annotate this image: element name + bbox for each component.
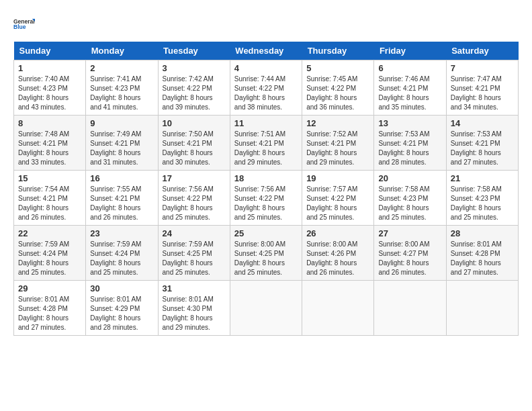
day-number: 5 <box>306 63 369 73</box>
calendar-body: 1Sunrise: 7:40 AMSunset: 4:23 PMDaylight… <box>14 60 519 336</box>
day-number: 6 <box>378 63 441 73</box>
day-cell: 24Sunrise: 7:59 AMSunset: 4:25 PMDayligh… <box>158 226 230 281</box>
day-number: 13 <box>378 118 441 128</box>
day-cell <box>374 281 446 336</box>
day-cell: 9Sunrise: 7:49 AMSunset: 4:21 PMDaylight… <box>86 116 158 171</box>
day-number: 14 <box>451 118 514 128</box>
day-cell <box>302 281 374 336</box>
svg-text:Blue: Blue <box>13 24 26 30</box>
day-cell: 2Sunrise: 7:41 AMSunset: 4:23 PMDaylight… <box>86 60 158 116</box>
day-info: Sunrise: 7:55 AMSunset: 4:21 PMDaylight:… <box>90 185 153 222</box>
day-number: 15 <box>18 173 81 183</box>
day-number: 30 <box>90 283 153 293</box>
calendar-table: SundayMondayTuesdayWednesdayThursdayFrid… <box>13 42 519 336</box>
day-info: Sunrise: 8:01 AMSunset: 4:30 PMDaylight:… <box>163 295 226 332</box>
day-header-sunday: Sunday <box>14 42 86 60</box>
day-info: Sunrise: 7:44 AMSunset: 4:22 PMDaylight:… <box>234 75 298 112</box>
day-number: 25 <box>234 228 298 238</box>
header-row: SundayMondayTuesdayWednesdayThursdayFrid… <box>14 42 519 60</box>
day-info: Sunrise: 7:42 AMSunset: 4:22 PMDaylight:… <box>163 75 226 112</box>
day-cell: 18Sunrise: 7:56 AMSunset: 4:22 PMDayligh… <box>230 171 302 226</box>
day-number: 28 <box>451 228 514 238</box>
logo-svg: General Blue <box>13 13 35 35</box>
day-info: Sunrise: 8:00 AMSunset: 4:26 PMDaylight:… <box>306 240 369 277</box>
day-number: 21 <box>451 173 514 183</box>
day-cell: 21Sunrise: 7:58 AMSunset: 4:23 PMDayligh… <box>446 171 518 226</box>
day-header-saturday: Saturday <box>446 42 518 60</box>
day-cell: 20Sunrise: 7:58 AMSunset: 4:23 PMDayligh… <box>374 171 446 226</box>
day-cell: 17Sunrise: 7:56 AMSunset: 4:22 PMDayligh… <box>158 171 230 226</box>
day-cell <box>230 281 302 336</box>
day-number: 1 <box>18 63 81 73</box>
day-info: Sunrise: 7:59 AMSunset: 4:24 PMDaylight:… <box>18 240 81 277</box>
day-number: 16 <box>90 173 153 183</box>
day-cell: 29Sunrise: 8:01 AMSunset: 4:28 PMDayligh… <box>14 281 86 336</box>
day-number: 4 <box>234 63 298 73</box>
day-cell: 15Sunrise: 7:54 AMSunset: 4:21 PMDayligh… <box>14 171 86 226</box>
day-info: Sunrise: 7:51 AMSunset: 4:21 PMDaylight:… <box>234 130 298 167</box>
day-header-thursday: Thursday <box>302 42 374 60</box>
day-cell: 12Sunrise: 7:52 AMSunset: 4:21 PMDayligh… <box>302 116 374 171</box>
day-info: Sunrise: 7:45 AMSunset: 4:22 PMDaylight:… <box>306 75 369 112</box>
day-info: Sunrise: 7:56 AMSunset: 4:22 PMDaylight:… <box>163 185 226 222</box>
day-cell: 6Sunrise: 7:46 AMSunset: 4:21 PMDaylight… <box>374 60 446 116</box>
day-cell: 11Sunrise: 7:51 AMSunset: 4:21 PMDayligh… <box>230 116 302 171</box>
week-row-4: 22Sunrise: 7:59 AMSunset: 4:24 PMDayligh… <box>14 226 519 281</box>
day-cell: 31Sunrise: 8:01 AMSunset: 4:30 PMDayligh… <box>158 281 230 336</box>
day-cell: 4Sunrise: 7:44 AMSunset: 4:22 PMDaylight… <box>230 60 302 116</box>
day-info: Sunrise: 8:01 AMSunset: 4:28 PMDaylight:… <box>18 295 81 332</box>
day-number: 8 <box>18 118 81 128</box>
day-number: 20 <box>378 173 441 183</box>
day-number: 10 <box>163 118 226 128</box>
day-number: 11 <box>234 118 298 128</box>
day-number: 7 <box>451 63 514 73</box>
day-info: Sunrise: 7:40 AMSunset: 4:23 PMDaylight:… <box>18 75 81 112</box>
day-cell <box>446 281 518 336</box>
day-header-monday: Monday <box>86 42 158 60</box>
logo: General Blue <box>13 13 35 35</box>
day-cell: 5Sunrise: 7:45 AMSunset: 4:22 PMDaylight… <box>302 60 374 116</box>
day-info: Sunrise: 7:48 AMSunset: 4:21 PMDaylight:… <box>18 130 81 167</box>
day-number: 17 <box>163 173 226 183</box>
day-cell: 28Sunrise: 8:01 AMSunset: 4:28 PMDayligh… <box>446 226 518 281</box>
page-header: General Blue <box>13 13 519 35</box>
day-cell: 14Sunrise: 7:53 AMSunset: 4:21 PMDayligh… <box>446 116 518 171</box>
day-number: 31 <box>163 283 226 293</box>
day-header-wednesday: Wednesday <box>230 42 302 60</box>
week-row-2: 8Sunrise: 7:48 AMSunset: 4:21 PMDaylight… <box>14 116 519 171</box>
day-info: Sunrise: 7:58 AMSunset: 4:23 PMDaylight:… <box>378 185 441 222</box>
day-info: Sunrise: 8:00 AMSunset: 4:27 PMDaylight:… <box>378 240 441 277</box>
day-cell: 16Sunrise: 7:55 AMSunset: 4:21 PMDayligh… <box>86 171 158 226</box>
day-number: 18 <box>234 173 298 183</box>
day-header-tuesday: Tuesday <box>158 42 230 60</box>
day-info: Sunrise: 7:58 AMSunset: 4:23 PMDaylight:… <box>451 185 514 222</box>
day-cell: 1Sunrise: 7:40 AMSunset: 4:23 PMDaylight… <box>14 60 86 116</box>
day-info: Sunrise: 7:59 AMSunset: 4:25 PMDaylight:… <box>163 240 226 277</box>
day-info: Sunrise: 7:50 AMSunset: 4:21 PMDaylight:… <box>163 130 226 167</box>
day-info: Sunrise: 7:56 AMSunset: 4:22 PMDaylight:… <box>234 185 298 222</box>
day-header-friday: Friday <box>374 42 446 60</box>
day-cell: 26Sunrise: 8:00 AMSunset: 4:26 PMDayligh… <box>302 226 374 281</box>
day-cell: 27Sunrise: 8:00 AMSunset: 4:27 PMDayligh… <box>374 226 446 281</box>
day-info: Sunrise: 8:01 AMSunset: 4:29 PMDaylight:… <box>90 295 153 332</box>
day-info: Sunrise: 7:47 AMSunset: 4:21 PMDaylight:… <box>451 75 514 112</box>
day-number: 19 <box>306 173 369 183</box>
day-cell: 7Sunrise: 7:47 AMSunset: 4:21 PMDaylight… <box>446 60 518 116</box>
day-number: 23 <box>90 228 153 238</box>
day-info: Sunrise: 7:41 AMSunset: 4:23 PMDaylight:… <box>90 75 153 112</box>
day-info: Sunrise: 7:52 AMSunset: 4:21 PMDaylight:… <box>306 130 369 167</box>
day-info: Sunrise: 7:57 AMSunset: 4:22 PMDaylight:… <box>306 185 369 222</box>
day-number: 29 <box>18 283 81 293</box>
day-info: Sunrise: 7:46 AMSunset: 4:21 PMDaylight:… <box>378 75 441 112</box>
day-number: 12 <box>306 118 369 128</box>
day-number: 2 <box>90 63 153 73</box>
day-number: 24 <box>163 228 226 238</box>
day-info: Sunrise: 7:53 AMSunset: 4:21 PMDaylight:… <box>451 130 514 167</box>
day-info: Sunrise: 7:59 AMSunset: 4:24 PMDaylight:… <box>90 240 153 277</box>
day-info: Sunrise: 8:00 AMSunset: 4:25 PMDaylight:… <box>234 240 298 277</box>
day-number: 27 <box>378 228 441 238</box>
week-row-1: 1Sunrise: 7:40 AMSunset: 4:23 PMDaylight… <box>14 60 519 116</box>
day-number: 22 <box>18 228 81 238</box>
day-number: 26 <box>306 228 369 238</box>
week-row-3: 15Sunrise: 7:54 AMSunset: 4:21 PMDayligh… <box>14 171 519 226</box>
